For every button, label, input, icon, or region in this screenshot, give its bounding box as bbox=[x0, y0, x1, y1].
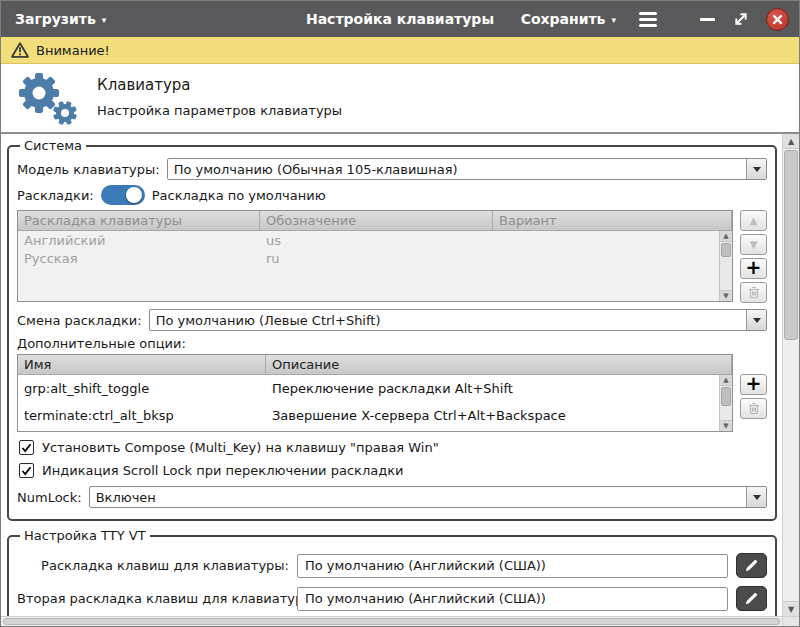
scrollbar-thumb[interactable] bbox=[721, 243, 731, 257]
options-table-section: Имя Описание grp:alt_shift_toggle Перекл… bbox=[17, 354, 767, 432]
gears-icon bbox=[13, 69, 79, 125]
compose-checkbox[interactable] bbox=[19, 440, 34, 455]
scroll-up-icon[interactable]: ▲ bbox=[720, 231, 732, 242]
cell-code: us bbox=[260, 231, 493, 249]
cell-variant bbox=[493, 231, 732, 249]
main-vertical-scrollbar[interactable]: ▲ ▼ bbox=[782, 134, 799, 616]
resize-icon bbox=[733, 11, 749, 27]
table-row: Русская ru bbox=[18, 249, 732, 267]
close-button[interactable] bbox=[766, 8, 789, 31]
edit-keymap2-button[interactable] bbox=[736, 586, 767, 611]
table-row: Английский us bbox=[18, 231, 732, 249]
scroll-up-icon[interactable]: ▲ bbox=[783, 134, 799, 149]
main-area: Система Модель клавиатуры: По умолчанию … bbox=[1, 134, 799, 616]
column-header-code: Обозначение bbox=[260, 211, 493, 230]
scroll-lock-checkbox[interactable] bbox=[19, 463, 34, 478]
scroll-down-icon[interactable]: ▼ bbox=[720, 290, 732, 301]
scroll-up-icon[interactable]: ▲ bbox=[720, 375, 732, 386]
warning-bar: Внимание! bbox=[1, 37, 799, 64]
keyboard-model-combobox[interactable]: По умолчанию (Обычная 105-клавишная) bbox=[167, 158, 767, 180]
scroll-lock-checkbox-row[interactable]: Индикация Scroll Lock при переключении р… bbox=[19, 463, 765, 478]
tty-groupbox-legend: Настройка TTY VT bbox=[20, 528, 150, 543]
system-groupbox-legend: Система bbox=[20, 138, 86, 153]
cell-layout: Английский bbox=[18, 231, 260, 249]
titlebar: Загрузить ▾ Настройка клавиатуры Сохрани… bbox=[1, 1, 799, 37]
options-label: Дополнительные опции: bbox=[17, 336, 186, 351]
save-menu-label: Сохранить bbox=[521, 11, 606, 27]
trash-icon bbox=[748, 286, 760, 299]
chevron-down-icon bbox=[746, 487, 766, 507]
options-table-header: Имя Описание bbox=[18, 355, 732, 375]
system-groupbox: Система Модель клавиатуры: По умолчанию … bbox=[7, 138, 777, 521]
window-title: Настройка клавиатуры bbox=[306, 11, 494, 27]
tty-groupbox: Настройка TTY VT Раскладка клавиш для кл… bbox=[7, 528, 777, 616]
load-menu-button[interactable]: Загрузить ▾ bbox=[11, 7, 110, 31]
layouts-table-header: Раскладка клавиатуры Обозначение Вариант bbox=[18, 211, 732, 231]
layouts-table: Раскладка клавиатуры Обозначение Вариант… bbox=[17, 210, 733, 302]
table-row[interactable]: terminate:ctrl_alt_bksp Завершение X-сер… bbox=[18, 402, 732, 429]
options-label-row: Дополнительные опции: bbox=[17, 336, 767, 351]
scrollbar-track[interactable] bbox=[720, 242, 732, 290]
move-down-button: ▼ bbox=[740, 234, 767, 255]
numlock-label: NumLock: bbox=[17, 490, 82, 505]
tty-keymap2-row: Вторая раскладка клавиш для клавиатуры: … bbox=[17, 586, 767, 611]
cell-code: ru bbox=[260, 249, 493, 267]
scrollbar-track[interactable] bbox=[783, 149, 799, 601]
page-title: Клавиатура bbox=[97, 76, 342, 94]
scrollbar-corner bbox=[782, 617, 799, 626]
chevron-down-icon: ▾ bbox=[102, 15, 107, 25]
table-row[interactable]: grp:alt_shift_toggle Переключение раскла… bbox=[18, 375, 732, 402]
checkmark-icon bbox=[21, 466, 32, 476]
column-header-layout: Раскладка клавиатуры bbox=[18, 211, 260, 230]
close-icon bbox=[772, 14, 783, 25]
layouts-table-buttons: ▲ ▼ + bbox=[740, 210, 767, 303]
move-up-button: ▲ bbox=[740, 210, 767, 231]
tty-keymap2-field[interactable]: По умолчанию (Английский (США)) bbox=[297, 587, 728, 611]
add-option-button[interactable]: + bbox=[740, 374, 767, 395]
tty-keymap-value: По умолчанию (Английский (США)) bbox=[305, 558, 546, 573]
switch-policy-value: По умолчанию (Левые Ctrl+Shift) bbox=[156, 313, 381, 328]
column-header-description: Описание bbox=[266, 355, 732, 374]
delete-option-button bbox=[740, 398, 767, 419]
tty-keymap2-value: По умолчанию (Английский (США)) bbox=[305, 591, 546, 606]
scrollbar-thumb[interactable] bbox=[721, 387, 731, 406]
tty-keymap2-label: Вторая раскладка клавиш для клавиатуры: bbox=[17, 591, 289, 606]
scrollbar-track[interactable] bbox=[720, 386, 732, 420]
compose-checkbox-row[interactable]: Установить Compose (Multi_Key) на клавиш… bbox=[19, 440, 765, 455]
toggle-knob-icon bbox=[126, 187, 142, 203]
app-window: Загрузить ▾ Настройка клавиатуры Сохрани… bbox=[0, 0, 800, 627]
menu-icon[interactable] bbox=[636, 9, 660, 30]
keyboard-model-value: По умолчанию (Обычная 105-клавишная) bbox=[174, 162, 458, 177]
compose-checkbox-label: Установить Compose (Multi_Key) на клавиш… bbox=[42, 440, 439, 455]
switch-policy-combobox[interactable]: По умолчанию (Левые Ctrl+Shift) bbox=[149, 309, 767, 331]
numlock-combobox[interactable]: Включен bbox=[89, 486, 767, 508]
scroll-lock-checkbox-label: Индикация Scroll Lock при переключении р… bbox=[42, 463, 403, 478]
column-header-variant: Вариант bbox=[493, 211, 732, 230]
pencil-icon bbox=[744, 591, 759, 606]
save-menu-button[interactable]: Сохранить ▾ bbox=[517, 7, 620, 31]
layouts-toggle-row: Раскладки: Раскладка по умолчанию bbox=[17, 185, 767, 205]
add-layout-button[interactable]: + bbox=[740, 258, 767, 279]
layouts-table-scrollbar[interactable]: ▲ ▼ bbox=[719, 231, 732, 301]
cell-variant bbox=[493, 249, 732, 267]
main-horizontal-scrollbar[interactable] bbox=[1, 616, 799, 626]
numlock-row: NumLock: Включен bbox=[17, 486, 767, 508]
options-table-scrollbar[interactable]: ▲ ▼ bbox=[719, 375, 732, 431]
scrollbar-thumb[interactable] bbox=[784, 150, 798, 340]
tty-keymap-label: Раскладка клавиш для клавиатуры: bbox=[17, 558, 289, 573]
edit-keymap-button[interactable] bbox=[736, 553, 767, 578]
default-layout-toggle[interactable] bbox=[101, 185, 145, 205]
scrollbar-thumb[interactable] bbox=[3, 618, 780, 625]
delete-layout-button bbox=[740, 282, 767, 303]
maximize-button[interactable] bbox=[732, 10, 750, 28]
scroll-down-icon[interactable]: ▼ bbox=[720, 420, 732, 431]
scroll-down-icon[interactable]: ▼ bbox=[783, 601, 799, 616]
tty-keymap-field[interactable]: По умолчанию (Английский (США)) bbox=[297, 554, 728, 578]
trash-icon bbox=[748, 402, 760, 415]
module-header-text: Клавиатура Настройка параметров клавиату… bbox=[97, 76, 342, 118]
cell-option-description: Завершение X-сервера Ctrl+Alt+Backspace bbox=[266, 402, 732, 429]
layouts-label: Раскладки: bbox=[17, 188, 94, 203]
minimize-button[interactable] bbox=[698, 10, 716, 28]
checkmark-icon bbox=[21, 443, 32, 453]
column-header-name: Имя bbox=[18, 355, 266, 374]
